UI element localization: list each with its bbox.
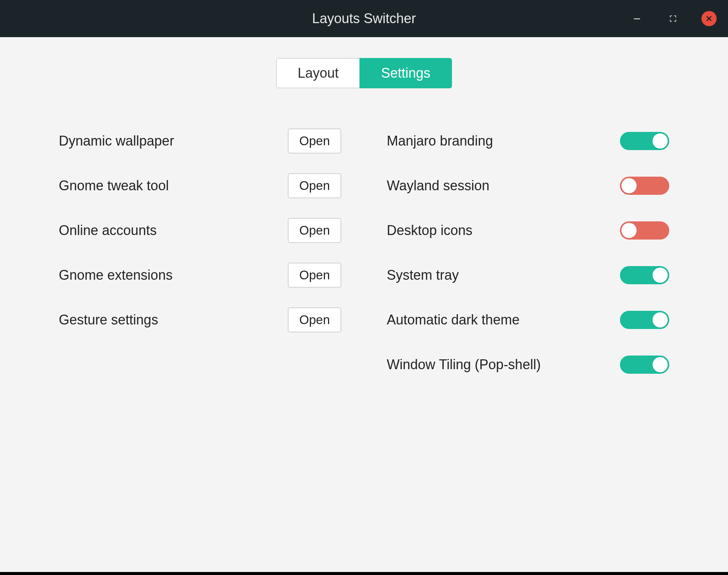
row-dynamic-wallpaper: Dynamic wallpaper Open [59, 119, 341, 163]
toggle-knob-icon [621, 223, 637, 238]
label-gnome-tweak-tool: Gnome tweak tool [59, 178, 169, 194]
close-button[interactable] [701, 11, 717, 26]
label-online-accounts: Online accounts [59, 222, 157, 238]
toggle-knob-icon [653, 268, 668, 283]
row-gnome-tweak-tool: Gnome tweak tool Open [59, 163, 341, 208]
row-system-tray: System tray [387, 253, 669, 298]
app-window: Layouts Switcher − Layout Settings [0, 0, 728, 575]
maximize-button[interactable] [665, 11, 681, 26]
window-title: Layouts Switcher [312, 11, 416, 27]
open-gesture-settings-button[interactable]: Open [288, 307, 341, 332]
minimize-button[interactable]: − [629, 11, 645, 26]
close-icon [705, 15, 713, 22]
label-desktop-icons: Desktop icons [387, 222, 472, 238]
row-desktop-icons: Desktop icons [387, 208, 669, 253]
toggle-manjaro-branding[interactable] [620, 132, 669, 150]
label-gesture-settings: Gesture settings [59, 312, 158, 328]
tab-settings[interactable]: Settings [359, 58, 452, 88]
bottom-border [0, 572, 728, 575]
label-dynamic-wallpaper: Dynamic wallpaper [59, 133, 174, 149]
row-gesture-settings: Gesture settings Open [59, 298, 341, 342]
label-wayland-session: Wayland session [387, 178, 490, 194]
toggle-knob-icon [653, 133, 668, 149]
open-dynamic-wallpaper-button[interactable]: Open [288, 128, 341, 154]
maximize-icon [669, 14, 677, 23]
open-gnome-tweak-tool-button[interactable]: Open [288, 173, 341, 198]
open-online-accounts-button[interactable]: Open [288, 218, 341, 243]
tab-layout[interactable]: Layout [276, 58, 359, 88]
label-system-tray: System tray [387, 267, 459, 283]
toggle-knob-icon [653, 312, 668, 327]
toggle-system-tray[interactable] [620, 266, 669, 284]
toggle-desktop-icons[interactable] [620, 221, 669, 240]
right-column: Manjaro branding Wayland session Desktop… [387, 119, 669, 387]
tab-group: Layout Settings [276, 58, 452, 88]
left-column: Dynamic wallpaper Open Gnome tweak tool … [59, 119, 341, 387]
content-area: Layout Settings Dynamic wallpaper Open G… [0, 37, 728, 572]
row-gnome-extensions: Gnome extensions Open [59, 253, 341, 298]
label-gnome-extensions: Gnome extensions [59, 267, 173, 283]
toggle-automatic-dark-theme[interactable] [620, 311, 669, 329]
titlebar: Layouts Switcher − [0, 0, 728, 37]
toggle-wayland-session[interactable] [620, 177, 669, 195]
settings-grid: Dynamic wallpaper Open Gnome tweak tool … [0, 119, 728, 387]
row-manjaro-branding: Manjaro branding [387, 119, 669, 163]
row-online-accounts: Online accounts Open [59, 208, 341, 253]
minimize-icon: − [633, 11, 641, 26]
row-automatic-dark-theme: Automatic dark theme [387, 298, 669, 342]
label-automatic-dark-theme: Automatic dark theme [387, 312, 519, 328]
open-gnome-extensions-button[interactable]: Open [288, 263, 341, 288]
toggle-knob-icon [621, 178, 637, 193]
toggle-window-tiling[interactable] [620, 356, 669, 374]
row-window-tiling: Window Tiling (Pop-shell) [387, 342, 669, 387]
tab-bar: Layout Settings [0, 58, 728, 88]
label-window-tiling: Window Tiling (Pop-shell) [387, 357, 541, 373]
row-wayland-session: Wayland session [387, 163, 669, 208]
label-manjaro-branding: Manjaro branding [387, 133, 493, 149]
window-controls: − [629, 0, 717, 37]
toggle-knob-icon [653, 357, 668, 372]
